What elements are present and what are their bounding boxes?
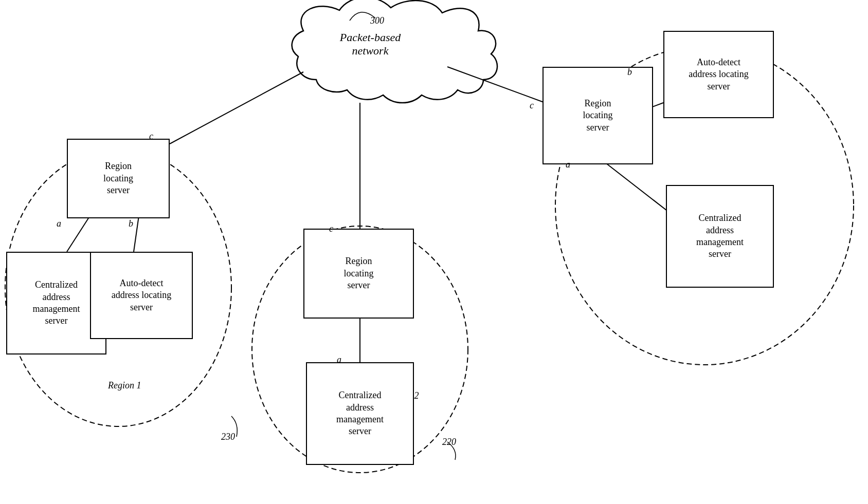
network-label: Region locating server Packet-basednetwo… bbox=[298, 31, 442, 58]
label-c-r3: c bbox=[530, 100, 534, 111]
label-230: 230 bbox=[221, 432, 235, 442]
label-300: 300 bbox=[370, 15, 384, 26]
centralized-mgmt-server-2: Centralizedaddressmanagementserver bbox=[306, 362, 414, 465]
label-b-r3: b bbox=[627, 67, 632, 78]
auto-detect-server-3: Auto-detectaddress locatingserver bbox=[663, 31, 774, 118]
line-rls1-to-adc1 bbox=[134, 216, 139, 252]
line-cloud-to-rls3 bbox=[447, 67, 545, 103]
line-cloud-to-rls1 bbox=[170, 72, 303, 144]
region1-label: Region 1 bbox=[108, 380, 141, 391]
line-rls1-to-cam1 bbox=[67, 216, 90, 252]
label-a-r3: a bbox=[566, 159, 570, 170]
label-a-r1: a bbox=[57, 218, 61, 229]
diagram-container: Region locating server Packet-basednetwo… bbox=[0, 0, 868, 504]
region-locating-server-1: Regionlocatingserver bbox=[67, 139, 170, 218]
label-a-r2: a bbox=[337, 354, 341, 365]
label-220: 220 bbox=[442, 437, 456, 447]
region-locating-server-2: Regionlocatingserver bbox=[303, 229, 414, 319]
label-c-r2: c bbox=[329, 223, 333, 234]
region-locating-server-3: Regionlocatingserver bbox=[542, 67, 653, 164]
auto-detect-server-1: Auto-detectaddress locatingserver bbox=[90, 252, 193, 339]
centralized-mgmt-server-3: Centralizedaddressmanagementserver bbox=[666, 185, 774, 288]
cloud-shape bbox=[292, 0, 497, 103]
label-c-r1: c bbox=[149, 131, 153, 142]
label-b-r1: b bbox=[129, 218, 133, 229]
